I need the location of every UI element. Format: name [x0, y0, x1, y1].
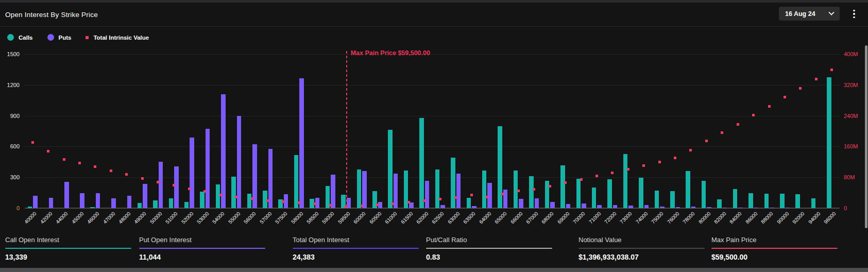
calls-bar — [592, 188, 597, 208]
left-axis-tick: 300 — [1, 174, 20, 180]
puts-bar — [503, 190, 508, 208]
calls-bar — [780, 194, 785, 208]
x-axis-tick: 62000 — [415, 211, 429, 225]
right-axis-tick: 80M — [844, 174, 855, 180]
panel-header: Open Interest By Strike Price 16 Aug 24 — [0, 3, 868, 27]
calls-bar — [670, 191, 675, 208]
puts-bar — [174, 166, 179, 208]
stat-underline — [711, 248, 838, 249]
stat-notional-value: Notional Value $1,396,933,038.07 — [578, 236, 705, 261]
intrinsic-value-point — [799, 87, 802, 90]
calls-bar — [639, 178, 643, 208]
x-axis-tick: 94000 — [807, 211, 821, 225]
right-axis-tick: 160M — [844, 143, 858, 149]
x-axis-tick: 63000 — [447, 211, 461, 225]
puts-bar — [159, 162, 163, 208]
calls-bar — [263, 191, 267, 208]
stat-put-open-interest: Put Open Interest 11,044 — [139, 236, 265, 261]
puts-bar — [284, 194, 288, 208]
x-axis-tick: 59000 — [321, 211, 335, 225]
puts-bar — [331, 175, 335, 208]
x-axis-tick: 45000 — [71, 211, 84, 225]
puts-bar — [597, 205, 602, 208]
intrinsic-value-point — [110, 169, 112, 172]
puts-bar — [676, 207, 680, 208]
puts-bar — [628, 206, 633, 208]
puts-bar — [33, 196, 38, 208]
calls-bar — [326, 186, 330, 208]
puts-bar — [111, 198, 116, 208]
intrinsic-value-point — [63, 158, 65, 161]
calls-bar — [717, 199, 722, 208]
calls-bar — [184, 202, 189, 208]
intrinsic-value-point — [642, 164, 645, 167]
puts-bar — [707, 207, 711, 208]
x-axis-tick: 88000 — [760, 211, 774, 225]
stat-label: Total Open Interest — [293, 236, 419, 244]
puts-bar — [221, 94, 226, 208]
calls-bar — [560, 165, 565, 208]
stat-value: 0.83 — [426, 253, 552, 261]
stat-label: Put/Call Ratio — [426, 236, 552, 244]
stat-call-open-interest: Call Open Interest 13,339 — [5, 236, 131, 261]
calls-bar — [216, 184, 220, 208]
puts-bar — [613, 205, 618, 208]
intrinsic-swatch-icon — [86, 36, 89, 39]
puts-bar — [394, 174, 398, 208]
puts-bar — [299, 78, 304, 208]
chart-legend: Calls Puts Total Intrinsic Value — [7, 34, 149, 41]
x-axis-tick: 55000 — [227, 211, 241, 225]
gridline — [25, 85, 840, 86]
x-axis-tick: 56000 — [243, 211, 257, 225]
legend-item-calls[interactable]: Calls — [7, 34, 33, 41]
intrinsic-value-point — [251, 197, 253, 200]
intrinsic-value-point — [423, 199, 426, 202]
calls-bar — [827, 77, 831, 208]
x-axis-tick: 65000 — [493, 211, 507, 225]
stat-total-open-interest: Total Open Interest 24,383 — [293, 236, 419, 261]
intrinsic-value-point — [392, 202, 394, 205]
puts-swatch-icon — [47, 34, 54, 41]
legend-item-puts[interactable]: Puts — [47, 34, 72, 41]
intrinsic-value-point — [595, 175, 598, 177]
x-axis-tick: 76000 — [666, 211, 680, 225]
puts-bar — [456, 174, 461, 208]
x-axis-tick: 73000 — [619, 211, 633, 225]
expiry-date-dropdown[interactable]: 16 Aug 24 — [779, 7, 840, 21]
intrinsic-value-point — [486, 196, 488, 198]
max-pain-label: Max Pain Price $59,500.00 — [351, 49, 430, 57]
x-axis-tick: 52000 — [180, 211, 194, 225]
left-axis-tick: 900 — [1, 113, 20, 119]
puts-bar — [190, 138, 194, 208]
x-axis-tick: 82000 — [713, 211, 727, 225]
intrinsic-value-point — [658, 161, 661, 163]
puts-bar — [362, 171, 367, 208]
intrinsic-value-point — [533, 188, 535, 191]
calls-bar — [310, 199, 314, 208]
right-axis-tick: 0 — [844, 205, 847, 211]
puts-bar — [64, 182, 69, 208]
puts-bar — [786, 208, 790, 208]
x-axis-tick: 46000 — [86, 211, 100, 225]
left-axis-tick: 0 — [1, 205, 20, 211]
x-axis-tick: 48000 — [117, 211, 131, 225]
puts-bar — [582, 203, 586, 208]
intrinsic-value-point — [47, 150, 49, 152]
x-axis-tick: 69000 — [556, 211, 570, 225]
x-axis-tick: 96000 — [823, 211, 837, 225]
x-axis-tick: 92000 — [791, 211, 805, 225]
puts-bar — [127, 196, 132, 208]
stat-value: $59,500.00 — [711, 253, 838, 261]
left-axis-tick: 1200 — [1, 82, 20, 88]
legend-item-total-intrinsic-value[interactable]: Total Intrinsic Value — [86, 35, 149, 41]
x-axis-tick: 80000 — [697, 211, 711, 225]
gridline — [25, 116, 840, 116]
x-axis-tick: 61500 — [400, 211, 414, 225]
calls-bar — [733, 189, 738, 208]
kebab-menu-icon[interactable] — [849, 8, 859, 20]
vertical-scrollbar[interactable] — [865, 45, 867, 228]
intrinsic-value-point — [454, 196, 457, 199]
calls-swatch-icon — [7, 34, 14, 41]
intrinsic-value-point — [439, 198, 441, 200]
x-axis-tick: 60000 — [352, 211, 366, 225]
